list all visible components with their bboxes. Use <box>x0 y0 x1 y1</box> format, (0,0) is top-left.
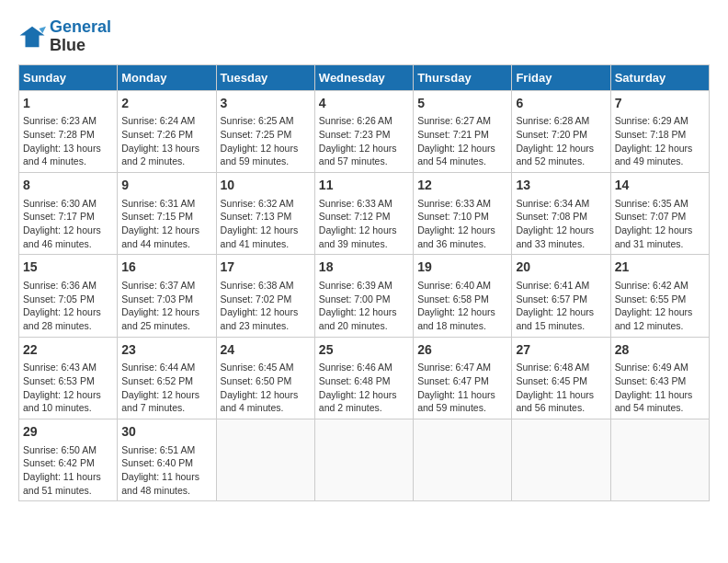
day-number: 14 <box>615 177 705 195</box>
calendar-day-cell: 10 Sunrise: 6:32 AM Sunset: 7:13 PM Dayl… <box>216 172 314 254</box>
day-number: 16 <box>121 259 211 277</box>
calendar-week-row: 15 Sunrise: 6:36 AM Sunset: 7:05 PM Dayl… <box>19 255 710 337</box>
day-number: 18 <box>319 259 409 277</box>
day-info: Sunrise: 6:47 AM Sunset: 6:47 PM Dayligh… <box>417 361 507 415</box>
day-number: 17 <box>221 259 311 277</box>
day-info: Sunrise: 6:25 AM Sunset: 7:25 PM Dayligh… <box>221 114 311 168</box>
day-info: Sunrise: 6:35 AM Sunset: 7:07 PM Dayligh… <box>615 197 705 251</box>
calendar-day-cell: 15 Sunrise: 6:36 AM Sunset: 7:05 PM Dayl… <box>19 255 118 337</box>
calendar-day-cell: 3 Sunrise: 6:25 AM Sunset: 7:25 PM Dayli… <box>216 90 314 172</box>
calendar-week-row: 29 Sunrise: 6:50 AM Sunset: 6:42 PM Dayl… <box>19 419 710 500</box>
day-number: 22 <box>23 341 113 360</box>
calendar-header-row: SundayMondayTuesdayWednesdayThursdayFrid… <box>19 64 710 90</box>
day-info: Sunrise: 6:42 AM Sunset: 6:55 PM Dayligh… <box>615 279 705 333</box>
day-number: 28 <box>615 341 705 360</box>
calendar-day-cell: 7 Sunrise: 6:29 AM Sunset: 7:18 PM Dayli… <box>610 90 709 172</box>
calendar-day-cell: 28 Sunrise: 6:49 AM Sunset: 6:43 PM Dayl… <box>610 337 709 419</box>
day-number: 11 <box>319 177 409 195</box>
calendar-day-cell: 8 Sunrise: 6:30 AM Sunset: 7:17 PM Dayli… <box>19 172 118 254</box>
day-number: 12 <box>417 177 507 195</box>
day-info: Sunrise: 6:46 AM Sunset: 6:48 PM Dayligh… <box>319 361 409 415</box>
weekday-header: Wednesday <box>314 64 413 90</box>
calendar-day-cell: 12 Sunrise: 6:33 AM Sunset: 7:10 PM Dayl… <box>414 172 512 254</box>
day-info: Sunrise: 6:40 AM Sunset: 6:58 PM Dayligh… <box>417 279 507 333</box>
day-number: 15 <box>23 259 113 277</box>
day-info: Sunrise: 6:43 AM Sunset: 6:53 PM Dayligh… <box>23 361 113 415</box>
day-number: 7 <box>615 95 705 113</box>
weekday-header: Sunday <box>19 64 118 90</box>
day-number: 13 <box>516 177 606 195</box>
day-number: 26 <box>417 341 507 360</box>
calendar-day-cell: 18 Sunrise: 6:39 AM Sunset: 7:00 PM Dayl… <box>314 255 413 337</box>
day-info: Sunrise: 6:36 AM Sunset: 7:05 PM Dayligh… <box>23 279 113 333</box>
day-info: Sunrise: 6:24 AM Sunset: 7:26 PM Dayligh… <box>121 114 211 168</box>
day-number: 9 <box>121 177 211 195</box>
day-number: 4 <box>319 95 409 113</box>
day-info: Sunrise: 6:27 AM Sunset: 7:21 PM Dayligh… <box>417 114 507 168</box>
day-info: Sunrise: 6:23 AM Sunset: 7:28 PM Dayligh… <box>23 114 113 168</box>
weekday-header: Monday <box>118 64 216 90</box>
calendar-week-row: 22 Sunrise: 6:43 AM Sunset: 6:53 PM Dayl… <box>19 337 710 419</box>
weekday-header: Thursday <box>414 64 512 90</box>
calendar-day-cell: 19 Sunrise: 6:40 AM Sunset: 6:58 PM Dayl… <box>414 255 512 337</box>
day-info: Sunrise: 6:51 AM Sunset: 6:40 PM Dayligh… <box>121 443 211 498</box>
day-number: 24 <box>221 341 311 360</box>
weekday-header: Saturday <box>610 64 709 90</box>
logo: General Blue <box>18 18 111 55</box>
calendar-day-cell: 23 Sunrise: 6:44 AM Sunset: 6:52 PM Dayl… <box>118 337 216 419</box>
calendar-day-cell <box>216 419 314 500</box>
day-info: Sunrise: 6:34 AM Sunset: 7:08 PM Dayligh… <box>516 197 606 251</box>
calendar-day-cell: 9 Sunrise: 6:31 AM Sunset: 7:15 PM Dayli… <box>118 172 216 254</box>
calendar-day-cell: 6 Sunrise: 6:28 AM Sunset: 7:20 PM Dayli… <box>512 90 610 172</box>
day-number: 30 <box>121 423 211 442</box>
calendar-day-cell: 29 Sunrise: 6:50 AM Sunset: 6:42 PM Dayl… <box>19 419 118 500</box>
day-number: 1 <box>23 95 113 113</box>
calendar-day-cell: 30 Sunrise: 6:51 AM Sunset: 6:40 PM Dayl… <box>118 419 216 500</box>
day-number: 27 <box>516 341 606 360</box>
day-info: Sunrise: 6:49 AM Sunset: 6:43 PM Dayligh… <box>615 361 705 415</box>
day-number: 25 <box>319 341 409 360</box>
calendar-day-cell: 24 Sunrise: 6:45 AM Sunset: 6:50 PM Dayl… <box>216 337 314 419</box>
weekday-header: Friday <box>512 64 610 90</box>
day-number: 8 <box>23 177 113 195</box>
calendar-day-cell <box>314 419 413 500</box>
day-info: Sunrise: 6:50 AM Sunset: 6:42 PM Dayligh… <box>23 443 113 498</box>
calendar-day-cell: 2 Sunrise: 6:24 AM Sunset: 7:26 PM Dayli… <box>118 90 216 172</box>
weekday-header: Tuesday <box>216 64 314 90</box>
day-number: 21 <box>615 259 705 277</box>
day-number: 2 <box>121 95 211 113</box>
day-number: 5 <box>417 95 507 113</box>
day-info: Sunrise: 6:41 AM Sunset: 6:57 PM Dayligh… <box>516 279 606 333</box>
day-info: Sunrise: 6:31 AM Sunset: 7:15 PM Dayligh… <box>121 197 211 251</box>
calendar-day-cell: 14 Sunrise: 6:35 AM Sunset: 7:07 PM Dayl… <box>610 172 709 254</box>
calendar-body: 1 Sunrise: 6:23 AM Sunset: 7:28 PM Dayli… <box>19 90 710 501</box>
calendar-day-cell <box>414 419 512 500</box>
day-info: Sunrise: 6:26 AM Sunset: 7:23 PM Dayligh… <box>319 114 409 168</box>
calendar-day-cell: 13 Sunrise: 6:34 AM Sunset: 7:08 PM Dayl… <box>512 172 610 254</box>
day-number: 19 <box>417 259 507 277</box>
day-number: 29 <box>23 423 113 442</box>
day-info: Sunrise: 6:33 AM Sunset: 7:12 PM Dayligh… <box>319 197 409 251</box>
day-number: 6 <box>516 95 606 113</box>
day-number: 10 <box>221 177 311 195</box>
day-info: Sunrise: 6:29 AM Sunset: 7:18 PM Dayligh… <box>615 114 705 168</box>
calendar-day-cell: 25 Sunrise: 6:46 AM Sunset: 6:48 PM Dayl… <box>314 337 413 419</box>
logo-text: General Blue <box>50 18 111 55</box>
calendar-day-cell: 27 Sunrise: 6:48 AM Sunset: 6:45 PM Dayl… <box>512 337 610 419</box>
calendar-week-row: 8 Sunrise: 6:30 AM Sunset: 7:17 PM Dayli… <box>19 172 710 254</box>
calendar-day-cell: 17 Sunrise: 6:38 AM Sunset: 7:02 PM Dayl… <box>216 255 314 337</box>
calendar-day-cell: 1 Sunrise: 6:23 AM Sunset: 7:28 PM Dayli… <box>19 90 118 172</box>
day-info: Sunrise: 6:38 AM Sunset: 7:02 PM Dayligh… <box>221 279 311 333</box>
calendar-day-cell <box>512 419 610 500</box>
calendar-day-cell: 22 Sunrise: 6:43 AM Sunset: 6:53 PM Dayl… <box>19 337 118 419</box>
day-info: Sunrise: 6:28 AM Sunset: 7:20 PM Dayligh… <box>516 114 606 168</box>
day-info: Sunrise: 6:39 AM Sunset: 7:00 PM Dayligh… <box>319 279 409 333</box>
calendar-day-cell: 16 Sunrise: 6:37 AM Sunset: 7:03 PM Dayl… <box>118 255 216 337</box>
day-info: Sunrise: 6:48 AM Sunset: 6:45 PM Dayligh… <box>516 361 606 415</box>
calendar-day-cell: 21 Sunrise: 6:42 AM Sunset: 6:55 PM Dayl… <box>610 255 709 337</box>
calendar-day-cell: 11 Sunrise: 6:33 AM Sunset: 7:12 PM Dayl… <box>314 172 413 254</box>
day-info: Sunrise: 6:45 AM Sunset: 6:50 PM Dayligh… <box>221 361 311 415</box>
calendar-day-cell: 4 Sunrise: 6:26 AM Sunset: 7:23 PM Dayli… <box>314 90 413 172</box>
day-info: Sunrise: 6:30 AM Sunset: 7:17 PM Dayligh… <box>23 197 113 251</box>
day-info: Sunrise: 6:32 AM Sunset: 7:13 PM Dayligh… <box>221 197 311 251</box>
